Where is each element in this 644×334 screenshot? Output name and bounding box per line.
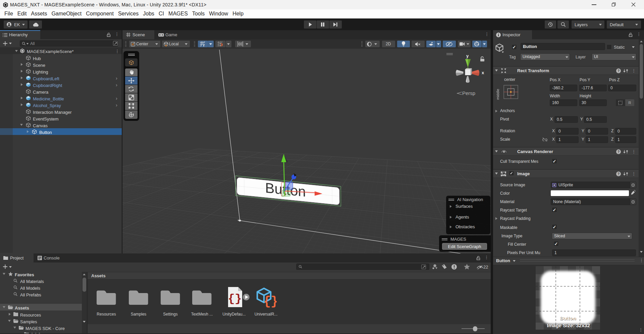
- svg-text:x: x: [482, 70, 484, 75]
- svg-text:{}: {}: [263, 295, 277, 307]
- svg-text:?: ?: [618, 172, 620, 176]
- svg-text:{}: {}: [228, 292, 242, 305]
- svg-text:?: ?: [618, 150, 620, 154]
- svg-text:?: ?: [618, 69, 620, 73]
- svg-text:Button: Button: [560, 315, 576, 321]
- svg-text:y: y: [466, 53, 469, 58]
- svg-text:Y: Y: [203, 44, 205, 47]
